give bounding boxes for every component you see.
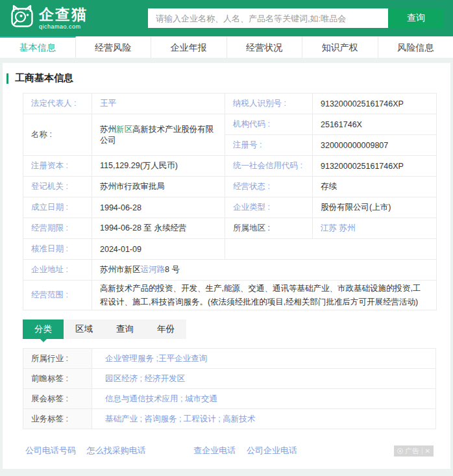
reg-no-value: 320000000009807 — [313, 135, 437, 156]
tag-link[interactable]: ; 城市交通 — [178, 394, 217, 403]
address-label: 企业地址 : — [23, 260, 92, 281]
name-highlight: 新区 — [116, 125, 132, 134]
region-link[interactable]: 江苏 苏州 — [321, 223, 355, 232]
exhibition-tags-label: 展会标签 : — [23, 389, 92, 409]
tag-link[interactable]: 园区经济 — [105, 374, 138, 383]
table-row: 注册资本 : 115,129.29(万人民币) 统一社会信用代码 : 91320… — [23, 156, 437, 177]
reg-capital-label: 注册资本 : — [23, 156, 92, 177]
company-type-value: 股份有限公司(上市) — [313, 197, 437, 218]
search-bar: 查询 — [148, 8, 444, 28]
tag-link[interactable]: 信息与通信技术应用 — [105, 394, 178, 403]
nav-tabs: 基本信息 经营风险 企业年报 经营状况 知识产权 风险信息 — [0, 36, 453, 58]
subtab-year[interactable]: 年份 — [145, 319, 186, 339]
tab-basic-info[interactable]: 基本信息 — [0, 36, 76, 58]
logo-domain: qichamao.com — [39, 24, 88, 30]
approval-date-value: 2024-01-09 — [92, 239, 225, 260]
tag-link[interactable]: ; 工程设计 — [177, 414, 215, 423]
footer-link-lookup[interactable]: 查企业电话 — [193, 445, 236, 455]
table-row: 企业地址 : 苏州市新区运河路8 号 — [23, 260, 437, 281]
search-button[interactable]: 查询 — [388, 8, 444, 28]
company-name-label: 名称 : — [23, 114, 92, 156]
ad-label: 广告 — [406, 447, 419, 456]
table-row: 名称 : 苏州新区高新技术产业股份有限公司 机构代码 : 25161746X — [23, 114, 437, 135]
business-tags-label: 业务标签 : — [23, 409, 92, 429]
tags-table: 所属行业 : 企业管理服务 ;王平企业查询 前瞻标签 : 园区经济 ; 经济开发… — [23, 348, 436, 429]
business-scope-value: 高新技术产品的投资、开发、生产,能源、交通、通讯等基础产业、市政基础设施的投资,… — [92, 281, 437, 310]
tag-link[interactable]: ; 咨询服务 — [138, 414, 177, 423]
ad-info-icon — [397, 448, 403, 454]
ad-close-icon[interactable]: ✕ — [425, 447, 430, 455]
tag-link[interactable]: ;王平企业查询 — [154, 354, 207, 363]
cat-magnifier-icon — [9, 4, 35, 32]
foresight-tags-label: 前瞻标签 : — [23, 369, 92, 389]
reg-no-label: 注册号 : — [225, 135, 313, 156]
taxpayer-id-label: 纳税人识别号 : — [225, 94, 313, 114]
established-date-label: 成立日期 : — [23, 197, 92, 218]
header: 企查猫 qichamao.com 查询 — [0, 0, 453, 36]
region-label: 所属地区 : — [225, 218, 313, 239]
divider — [422, 447, 422, 455]
tag-link[interactable]: 企业管理服务 — [105, 354, 154, 363]
subtab-query[interactable]: 查询 — [104, 319, 145, 339]
company-name-value: 苏州新区高新技术产业股份有限公司 — [92, 114, 225, 156]
logo[interactable]: 企查猫 qichamao.com — [9, 4, 88, 32]
tag-link[interactable]: 基础产业 — [105, 414, 138, 423]
established-date-value: 1994-06-28 — [92, 197, 225, 218]
business-term-label: 经营期限 : — [23, 218, 92, 239]
business-term-value: 1994-06-28 至 永续经营 — [92, 218, 225, 239]
filter-tabs: 分类 区域 查询 年份 — [23, 319, 186, 339]
table-row: 前瞻标签 : 园区经济 ; 经济开发区 — [23, 369, 436, 389]
taxpayer-id-value: 9132000025161746XP — [313, 94, 437, 114]
footer-link-procurement[interactable]: 怎么找采购电话 — [87, 445, 146, 455]
table-row: 经营范围 : 高新技术产品的投资、开发、生产,能源、交通、通讯等基础产业、市政基… — [23, 281, 437, 310]
status-value: 存续 — [313, 177, 437, 197]
org-code-label: 机构代码 : — [225, 114, 313, 135]
section-title: 工商基本信息 — [6, 72, 450, 84]
footer-links: 公司电话号码 怎么找采购电话 查企业电话 公司企业电话 — [25, 445, 450, 457]
table-row: 业务标签 : 基础产业 ; 咨询服务 ; 工程设计 ; 高新技术 — [23, 409, 436, 429]
table-row: 所属行业 : 企业管理服务 ;王平企业查询 — [23, 349, 436, 369]
reg-authority-value: 苏州市行政审批局 — [92, 177, 225, 197]
subtab-region[interactable]: 区域 — [64, 319, 104, 339]
table-row: 展会标签 : 信息与通信技术应用 ; 城市交通 — [23, 389, 436, 409]
tab-annual-report[interactable]: 企业年报 — [151, 36, 227, 58]
credit-code-value: 9132000025161746XP — [313, 156, 437, 177]
table-row: 成立日期 : 1994-06-28 企业类型 : 股份有限公司(上市) — [23, 197, 437, 218]
page-title: 工商基本信息 — [15, 72, 73, 84]
ad-badge: 广告 ✕ — [394, 445, 434, 457]
empty-cell — [225, 239, 437, 260]
table-row: 登记机关 : 苏州市行政审批局 经营状态 : 存续 — [23, 177, 437, 197]
status-label: 经营状态 : — [225, 177, 313, 197]
tab-risk-info[interactable]: 风险信息 — [378, 36, 453, 58]
logo-title: 企查猫 — [39, 7, 88, 22]
business-info-table: 法定代表人 : 王平 纳税人识别号 : 9132000025161746XP 名… — [23, 93, 437, 310]
business-scope-label: 经营范围 : — [23, 281, 92, 310]
address-road-link[interactable]: 运河路 — [141, 265, 165, 274]
org-code-value: 25161746X — [313, 114, 437, 135]
table-row: 法定代表人 : 王平 纳税人识别号 : 9132000025161746XP — [23, 94, 437, 114]
footer-link-company-phone[interactable]: 公司企业电话 — [247, 445, 297, 455]
table-row: 核准日期 : 2024-01-09 — [23, 239, 437, 260]
company-type-label: 企业类型 : — [225, 197, 313, 218]
tag-link[interactable]: ; 经济开发区 — [138, 374, 185, 383]
address-value: 苏州市新区运河路8 号 — [92, 260, 437, 281]
section-accent-bar — [6, 73, 8, 84]
legal-rep-link[interactable]: 王平 — [100, 99, 116, 108]
subtab-category[interactable]: 分类 — [23, 319, 64, 339]
tab-operating-status[interactable]: 经营状况 — [227, 36, 303, 58]
credit-code-label: 统一社会信用代码 : — [225, 156, 313, 177]
search-input[interactable] — [148, 8, 388, 28]
tab-operating-risk[interactable]: 经营风险 — [76, 36, 152, 58]
legal-rep-label: 法定代表人 : — [23, 94, 92, 114]
approval-date-label: 核准日期 : — [23, 239, 92, 260]
main-panel: 工商基本信息 法定代表人 : 王平 纳税人识别号 : 9132000025161… — [3, 63, 450, 469]
tag-link[interactable]: ; 高新技术 — [216, 414, 255, 423]
reg-capital-value: 115,129.29(万人民币) — [92, 156, 225, 177]
industry-label: 所属行业 : — [23, 349, 92, 369]
table-row: 经营期限 : 1994-06-28 至 永续经营 所属地区 : 江苏 苏州 — [23, 218, 437, 239]
tab-intellectual-property[interactable]: 知识产权 — [302, 36, 378, 58]
reg-authority-label: 登记机关 : — [23, 177, 92, 197]
footer-link-phone[interactable]: 公司电话号码 — [25, 445, 76, 455]
